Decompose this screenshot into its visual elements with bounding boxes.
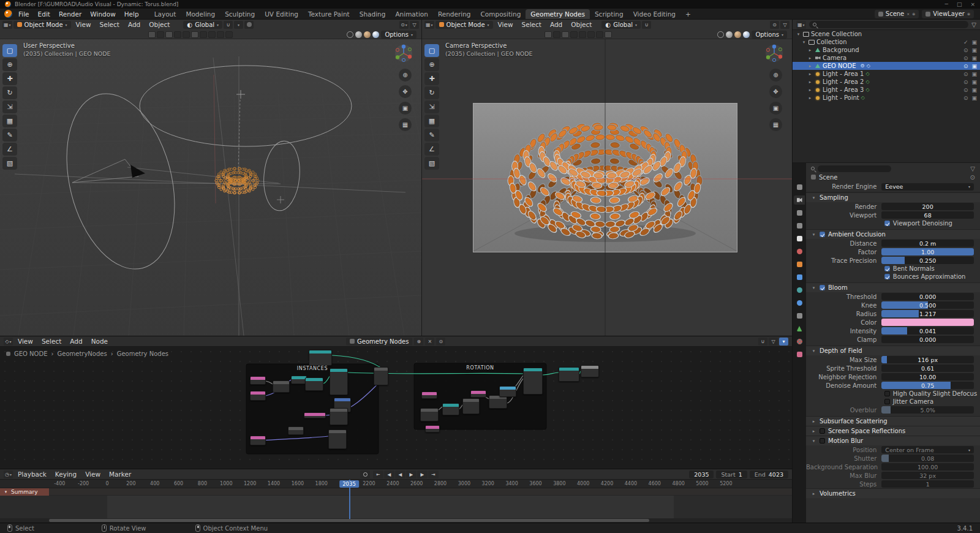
tab-animation[interactable]: Animation [390, 9, 433, 19]
material-shading-icon[interactable] [734, 31, 741, 38]
menu-view[interactable]: View [72, 21, 95, 28]
menu-add[interactable]: Add [124, 21, 144, 28]
transform-orientation-select[interactable]: ◐ Global ▾ [183, 21, 222, 29]
tab-shading[interactable]: Shading [355, 9, 391, 19]
pin-icon[interactable]: ⊙ [970, 174, 975, 181]
rendered-shading-icon[interactable] [743, 31, 750, 38]
menu-view[interactable]: View [494, 21, 517, 28]
viewport-3d-canvas[interactable] [0, 20, 421, 336]
panel-header-ambient-occlusion[interactable]: ▾ Ambient Occlusion [806, 229, 980, 239]
dof-neighbor-rejection-field[interactable]: 10.00 [881, 373, 974, 380]
snapping-magnet-icon[interactable]: ∪ [758, 338, 767, 346]
dof-denoise-amount-slider[interactable]: 0.75 [881, 382, 974, 389]
camera-view-icon[interactable]: ▣ [769, 102, 782, 115]
menu-playback[interactable]: Playback [14, 471, 50, 478]
outliner-item-light-point[interactable]: ▸ Light - Point ◇ ⊙ ▣ [793, 94, 980, 102]
node-options-button[interactable]: ▾ [779, 338, 788, 346]
current-frame-badge[interactable]: 2035 [339, 480, 359, 488]
ao-enable-checkbox[interactable] [820, 232, 825, 237]
node[interactable] [309, 350, 332, 366]
measure-toggle-icon[interactable] [596, 31, 603, 38]
minimize-button[interactable]: ─ [945, 1, 948, 7]
measure-toggle-icon[interactable] [208, 31, 216, 38]
mb-background-separation-field[interactable]: 100.00 [881, 463, 974, 471]
viewport-camera-perspective[interactable]: ▦▾ Object Mode ▾ View Select Add Object … [421, 20, 792, 336]
ptab-object[interactable] [794, 260, 805, 269]
mb-max-blur-field[interactable]: 32 px [881, 472, 974, 479]
node[interactable] [305, 377, 323, 391]
scale-tool[interactable]: ⇲ [424, 100, 439, 113]
ptab-particles[interactable] [794, 285, 805, 295]
disable-render-toggle[interactable]: ▣ [971, 55, 977, 61]
add-workspace-button[interactable]: + [680, 9, 696, 19]
panel-header-motion-blur[interactable]: ▾ Motion Blur [806, 436, 980, 445]
editor-type-button[interactable]: ◷▾ [4, 471, 13, 478]
frame-start-field[interactable]: Start 1 [716, 471, 747, 478]
gizmos-popover-button[interactable]: ▽ [780, 21, 790, 29]
mb-position-select[interactable]: Center on Frame▾ [881, 446, 974, 453]
new-scene-icon[interactable]: ⊕ [912, 12, 915, 16]
select-box-tool[interactable]: ▢ [424, 44, 439, 57]
hide-viewport-toggle[interactable]: ⊙ [963, 71, 968, 77]
unlink-nodetree-button[interactable]: × [425, 338, 434, 346]
samples-render-field[interactable]: 200 [881, 203, 974, 210]
bloom-intensity-slider[interactable]: 0.041 [881, 327, 974, 335]
tab-compositing[interactable]: Compositing [476, 9, 526, 19]
node[interactable] [489, 395, 507, 409]
dof-max-size-field[interactable]: 116 px [881, 356, 974, 363]
options-dropdown[interactable]: Options ▾ [752, 31, 787, 39]
ptab-view-layer[interactable] [794, 221, 805, 230]
overlays-toggle-icon[interactable] [148, 31, 156, 38]
bloom-color-swatch[interactable] [881, 319, 974, 326]
outliner-item-camera[interactable]: ▸ Camera ⊙ ▣ [793, 54, 980, 62]
pin-button[interactable]: ⊙ [436, 338, 445, 346]
menu-file[interactable]: File [14, 10, 34, 18]
disable-render-toggle[interactable]: ▣ [971, 95, 977, 101]
annotate-tool[interactable]: ✎ [424, 129, 439, 142]
jump-to-start-button[interactable]: ⇤ [373, 471, 383, 478]
prev-keyframe-button[interactable]: ◀ [384, 471, 394, 478]
menu-marker[interactable]: Marker [105, 471, 135, 478]
node[interactable] [374, 367, 388, 385]
ptab-material[interactable] [794, 337, 805, 346]
scene-selector[interactable]: Scene × ⊕ [875, 10, 919, 18]
wireframe-shading-icon[interactable] [347, 31, 353, 38]
hide-viewport-toggle[interactable]: ⊙ [963, 63, 968, 69]
ptab-scene[interactable] [794, 234, 805, 243]
viewport-denoising-checkbox[interactable] [884, 221, 890, 226]
proportional-toggle-icon[interactable] [191, 31, 198, 38]
camera-view-icon[interactable]: ▣ [399, 102, 412, 115]
node[interactable] [499, 386, 516, 397]
node[interactable] [330, 408, 348, 425]
ssr-enable-checkbox[interactable] [820, 428, 825, 434]
filter-icon[interactable]: ▽ [971, 21, 976, 28]
overlays-toggle-icon[interactable] [545, 31, 552, 38]
summary-row[interactable]: ▾ Summary [0, 488, 792, 496]
pan-icon[interactable]: ✥ [399, 85, 412, 98]
menu-select[interactable]: Select [96, 21, 123, 28]
menu-select[interactable]: Select [518, 21, 545, 28]
node[interactable] [581, 365, 599, 377]
editor-type-button[interactable]: ▦▾ [796, 21, 806, 29]
new-nodetree-button[interactable]: ⊕ [414, 338, 423, 346]
pivot-toggle-icon[interactable] [183, 31, 190, 38]
pan-icon[interactable]: ✥ [769, 85, 782, 98]
options-dropdown[interactable]: Options ▾ [381, 31, 417, 39]
bounces-approximation-checkbox[interactable] [884, 274, 890, 279]
bloom-knee-slider[interactable]: 0.500 [881, 301, 974, 309]
tab-geometry-nodes[interactable]: Geometry Nodes [526, 9, 590, 19]
tab-scripting[interactable]: Scripting [590, 9, 628, 19]
perspective-toggle-icon[interactable]: ▦ [399, 118, 412, 131]
zoom-icon[interactable]: ⊕ [769, 69, 782, 81]
menu-keying[interactable]: Keying [51, 471, 80, 478]
gizmo-toggle-icon[interactable] [165, 31, 173, 38]
node[interactable] [442, 403, 459, 415]
material-shading-icon[interactable] [364, 31, 371, 38]
move-tool[interactable]: ✚ [424, 72, 439, 85]
disable-render-toggle[interactable]: ▣ [971, 87, 977, 93]
editor-type-button[interactable]: ▦▾ [424, 21, 434, 29]
menu-select[interactable]: Select [38, 338, 65, 345]
node[interactable] [304, 412, 326, 418]
tab-layout[interactable]: Layout [149, 9, 181, 19]
panel-header-sampling[interactable]: ▾ Sampling [806, 192, 980, 202]
